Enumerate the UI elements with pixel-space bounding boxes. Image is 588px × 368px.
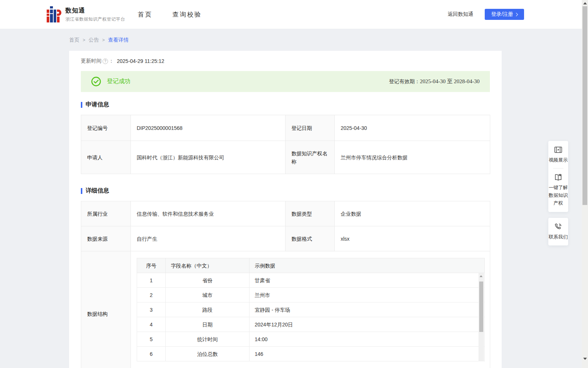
scroll-up-arrow-icon[interactable] [583, 2, 587, 4]
cell-sample: 146 [250, 347, 485, 361]
scroll-down-arrow-icon[interactable] [583, 358, 587, 360]
field-label: 登记日期 [286, 115, 335, 141]
detail-card: 更新时间 ? ： 2025-04-29 11:25:12 登记成功 登记有效期：… [69, 51, 502, 368]
floating-tools-card: 视频展示 一键了解数据知识产权 [548, 141, 568, 212]
header-field-name: 字段名称（中文） [166, 258, 250, 273]
guide-button[interactable]: 一键了解数据知识产权 [548, 173, 568, 207]
field-label: 数据类型 [286, 201, 335, 226]
field-value: DIP2025000001568 [131, 115, 286, 141]
field-label: 数据格式 [286, 226, 335, 251]
cell-field: 省份 [166, 273, 250, 288]
question-icon[interactable]: ? [103, 59, 108, 64]
cell-field: 泊位总数 [166, 347, 250, 361]
cell-no: 2 [137, 288, 166, 302]
top-header: 数知通 浙江省数据知识产权登记平台 首页 查询校验 返回数知通 登录/注册 [0, 0, 588, 29]
scrollbar-thumb[interactable] [582, 6, 587, 205]
breadcrumb-current: 查看详情 [108, 37, 129, 43]
table-row: 数据结构 序号 字段名称（中文） 示例数据 1 省份 [81, 251, 490, 368]
breadcrumb-home[interactable]: 首页 [69, 37, 79, 43]
cell-field: 日期 [166, 317, 250, 332]
success-check-icon [91, 77, 101, 86]
structure-row: 4 日期 2024年12月20日 [137, 317, 485, 332]
video-demo-label: 视频展示 [548, 156, 568, 164]
scrollbar-thumb[interactable] [479, 282, 483, 332]
cell-field: 路段 [166, 302, 250, 317]
detail-info-table: 所属行业 信息传输、软件和信息技术服务业 数据类型 企业数据 数据来源 自行产生… [81, 201, 490, 368]
field-value: 国科时代（浙江）新能源科技有限公司 [131, 141, 286, 174]
cell-no: 3 [137, 302, 166, 317]
breadcrumb-separator: > [102, 38, 105, 43]
status-banner: 登记成功 登记有效期：2025-04-30 至 2028-04-30 [81, 71, 490, 92]
cell-field: 城市 [166, 288, 250, 302]
structure-header-row: 序号 字段名称（中文） 示例数据 [137, 258, 485, 273]
cell-sample: 14:00 [250, 332, 485, 347]
logo[interactable]: 数知通 浙江省数据知识产权登记平台 [47, 6, 125, 22]
page-scrollbar[interactable] [582, 0, 588, 368]
book-icon [548, 173, 568, 182]
guide-label: 一键了解数据知识产权 [548, 184, 568, 207]
back-to-shuzhitong-link[interactable]: 返回数知通 [448, 11, 473, 18]
structure-table-wrap: 序号 字段名称（中文） 示例数据 1 省份 甘肃省 2 [137, 258, 484, 361]
section-apply-title: 申请信息 [86, 101, 109, 109]
cell-sample: 甘肃省 [250, 273, 485, 288]
nav-item-home[interactable]: 首页 [138, 10, 153, 19]
page: 数知通 浙江省数据知识产权登记平台 首页 查询校验 返回数知通 登录/注册 首页… [0, 0, 588, 368]
breadcrumb-separator: > [83, 38, 85, 43]
cell-sample: 宜静园 - 停车场 [250, 302, 485, 317]
contact-us-button[interactable]: 联系我们 [548, 222, 568, 241]
header-actions: 返回数知通 登录/注册 [448, 0, 524, 29]
section-detail-info: 详细信息 [81, 187, 109, 195]
field-value: 兰州市停车情况综合分析数据 [335, 141, 490, 174]
breadcrumb-announcement[interactable]: 公告 [89, 37, 99, 43]
logo-subtitle: 浙江省数据知识产权登记平台 [65, 16, 125, 22]
floating-contact-card: 联系我们 [548, 218, 568, 245]
cell-no: 6 [137, 347, 166, 361]
apply-info-table: 登记编号 DIP2025000001568 登记日期 2025-04-30 申请… [81, 115, 490, 174]
login-register-button[interactable]: 登录/注册 [485, 9, 524, 20]
cell-no: 1 [137, 273, 166, 288]
contact-us-label: 联系我们 [548, 233, 568, 241]
phone-icon [548, 222, 568, 231]
cell-no: 4 [137, 317, 166, 332]
structure-row: 2 城市 兰州市 [137, 288, 485, 302]
structure-row: 6 泊位总数 146 [137, 347, 485, 361]
breadcrumb: 首页 > 公告 > 查看详情 [69, 37, 129, 43]
update-time-value: 2025-04-29 11:25:12 [117, 58, 164, 64]
table-row: 所属行业 信息传输、软件和信息技术服务业 数据类型 企业数据 [81, 201, 490, 226]
validity-value: 2025-04-30 至 2028-04-30 [420, 78, 480, 84]
structure-row: 5 统计时间 14:00 [137, 332, 485, 347]
update-time-row: 更新时间 ? ： 2025-04-29 11:25:12 [81, 58, 164, 64]
field-value: 自行产生 [131, 226, 286, 251]
cell-no: 5 [137, 332, 166, 347]
field-value: 企业数据 [335, 201, 490, 226]
field-label: 申请人 [81, 141, 131, 174]
main-nav: 首页 查询校验 [138, 0, 202, 29]
field-value: xlsx [335, 226, 490, 251]
nav-item-query-verify[interactable]: 查询校验 [172, 10, 202, 19]
structure-row: 3 路段 宜静园 - 停车场 [137, 302, 485, 317]
video-icon [548, 145, 568, 154]
field-label: 所属行业 [81, 201, 131, 226]
cell-sample: 2024年12月20日 [250, 317, 485, 332]
header-sample-data: 示例数据 [250, 258, 485, 273]
video-demo-button[interactable]: 视频展示 [548, 145, 568, 164]
field-label: 登记编号 [81, 115, 131, 141]
header-no: 序号 [137, 258, 166, 273]
cell-sample: 兰州市 [250, 288, 485, 302]
divider [553, 168, 563, 169]
structure-table-scrollbar[interactable] [478, 273, 484, 361]
structure-cell: 序号 字段名称（中文） 示例数据 1 省份 甘肃省 2 [131, 251, 490, 368]
scroll-up-arrow-icon[interactable] [480, 275, 483, 277]
field-value: 2025-04-30 [335, 115, 490, 141]
cell-field: 统计时间 [166, 332, 250, 347]
table-row: 申请人 国科时代（浙江）新能源科技有限公司 数据知识产权名称 兰州市停车情况综合… [81, 141, 490, 174]
logo-title: 数知通 [65, 6, 125, 15]
section-accent-bar [81, 188, 82, 194]
section-detail-title: 详细信息 [86, 187, 109, 195]
logo-icon [47, 6, 61, 22]
field-label: 数据知识产权名称 [286, 141, 335, 174]
field-value: 信息传输、软件和信息技术服务业 [131, 201, 286, 226]
structure-table: 序号 字段名称（中文） 示例数据 1 省份 甘肃省 2 [137, 258, 485, 361]
structure-label: 数据结构 [81, 251, 131, 368]
structure-row: 1 省份 甘肃省 [137, 273, 485, 288]
